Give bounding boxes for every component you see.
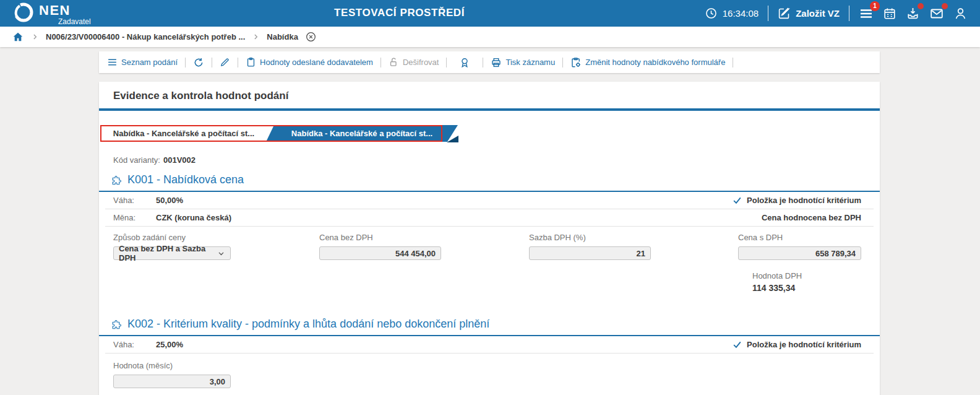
breadcrumb-current[interactable]: Nabídka	[267, 32, 298, 41]
user-icon	[953, 6, 968, 20]
submissions-list-label: Seznam podání	[121, 58, 178, 67]
title-underline	[99, 108, 880, 111]
toolbar-divider	[562, 58, 563, 67]
user-profile-button[interactable]	[953, 6, 968, 20]
header-divider	[849, 6, 849, 21]
vat-amount-value: 114 335,34	[752, 283, 880, 293]
chevron-right-icon	[31, 33, 39, 41]
toolbar-divider	[212, 58, 212, 67]
vat-rate-label: Sazba DPH (%)	[529, 233, 738, 242]
toolbar-divider	[446, 58, 447, 67]
price-mode-label: Způsob zadání ceny	[113, 233, 319, 242]
nen-logo-icon	[12, 1, 35, 24]
variant-code-row: Kód varianty: 001V002	[113, 155, 880, 165]
refresh-button[interactable]	[193, 57, 204, 68]
server-time: 16:34:08	[705, 7, 759, 20]
brand-name: NEN	[39, 4, 91, 17]
criterion-note: Položka je hodnotící kritérium	[747, 340, 861, 349]
supplier-values-label: Hodnoty odeslané dodavatelem	[260, 58, 373, 67]
brand-subtitle: Zadavatel	[58, 18, 91, 25]
form-settings-icon	[570, 57, 582, 68]
k001-currency-row: Měna: CZK (koruna česká) Cena hodnocena …	[105, 209, 874, 227]
clock-icon	[705, 7, 718, 20]
downloads-notification-dot	[918, 3, 924, 9]
puzzle-icon	[111, 319, 123, 330]
edit-record-button[interactable]	[220, 57, 230, 67]
breadcrumb-contract[interactable]: N006/23/V00006400 - Nákup kancelářských …	[46, 32, 245, 41]
check-icon	[733, 340, 742, 349]
decrypt-label: Dešifrovat	[403, 58, 439, 67]
vat-rate-input[interactable]	[529, 246, 651, 260]
print-record-label: Tisk záznamu	[505, 58, 555, 67]
calendar-icon	[883, 7, 896, 20]
home-icon[interactable]	[12, 31, 24, 43]
environment-title: TESTOVACÍ PROSTŘEDÍ	[334, 7, 465, 19]
edit-icon	[778, 7, 791, 20]
vat-amount-label: Hodnota DPH	[752, 271, 880, 280]
tab-variant-2-active[interactable]: Nabídka - Kancelářské a počítací st...	[266, 125, 458, 142]
downloads-button[interactable]	[906, 6, 920, 20]
currency-value: CZK (koruna česká)	[156, 213, 231, 222]
currency-label: Měna:	[113, 213, 156, 222]
price-excl-vat-input[interactable]	[319, 246, 441, 260]
change-form-values-button[interactable]: Změnit hodnoty nabídkového formuláře	[570, 57, 725, 68]
clipboard-icon	[246, 57, 256, 67]
decrypt-button[interactable]: Dešifrovat	[389, 57, 439, 67]
tab-variant-1[interactable]: Nabídka - Kancelářské a počítací st...	[101, 125, 266, 142]
evidence-panel: Evidence a kontrola hodnot podání Nabídk…	[99, 82, 880, 395]
section-k001-header: K001 - Nabídková cena	[111, 173, 880, 186]
toolbar-divider	[238, 58, 238, 67]
check-icon	[733, 196, 742, 205]
weight-value: 25,00%	[156, 340, 183, 349]
printer-icon	[491, 57, 502, 68]
k002-value-input[interactable]	[113, 375, 231, 388]
weight-value: 50,00%	[156, 196, 183, 205]
change-form-values-label: Změnit hodnoty nabídkového formuláře	[585, 58, 725, 67]
section-k001-title: K001 - Nabídková cena	[127, 173, 244, 186]
price-excl-vat-label: Cena bez DPH	[319, 233, 529, 242]
nen-logo[interactable]: NEN Zadavatel	[12, 1, 91, 25]
chevron-down-icon	[217, 250, 225, 258]
messages-button[interactable]	[929, 6, 944, 21]
criterion-note: Položka je hodnotící kritérium	[747, 196, 861, 205]
pencil-icon	[220, 57, 230, 67]
section-k002-header: K002 - Kritérium kvality - podmínky a lh…	[111, 318, 880, 331]
print-record-button[interactable]: Tisk záznamu	[491, 57, 555, 68]
toolbar-divider	[185, 58, 186, 67]
award-button[interactable]	[459, 57, 470, 68]
toolbar-divider	[483, 58, 483, 67]
refresh-icon	[193, 57, 204, 68]
price-incl-vat-label: Cena s DPH	[738, 233, 861, 242]
puzzle-icon	[111, 175, 123, 186]
supplier-values-button[interactable]: Hodnoty odeslané dodavatelem	[246, 57, 373, 67]
submissions-list-button[interactable]: Seznam podání	[107, 57, 178, 67]
vat-note: Cena hodnocena bez DPH	[762, 213, 861, 222]
record-toolbar: Seznam podání Hodnoty odeslané dodavatel…	[99, 51, 880, 73]
page-title: Evidence a kontrola hodnot podání	[113, 90, 880, 102]
calendar-button[interactable]	[883, 7, 896, 20]
k002-value-field: Hodnota (měsíc)	[113, 361, 880, 388]
award-icon	[459, 57, 470, 68]
menu-badge: 1	[870, 1, 880, 11]
top-bar: NEN Zadavatel TESTOVACÍ PROSTŘEDÍ 16:34:…	[0, 0, 980, 27]
header-divider	[768, 6, 768, 21]
k002-weight-row: Váha: 25,00% Položka je hodnotící kritér…	[105, 336, 874, 354]
k002-value-label: Hodnota (měsíc)	[113, 361, 880, 370]
variant-tabstrip: Nabídka - Kancelářské a počítací st... N…	[100, 125, 880, 142]
weight-label: Váha:	[113, 196, 156, 205]
price-incl-vat-input[interactable]	[738, 246, 861, 260]
close-circle-icon[interactable]	[305, 31, 317, 43]
time-text: 16:34:08	[723, 8, 759, 19]
menu-button[interactable]: 1	[859, 6, 874, 21]
price-mode-select[interactable]: Cena bez DPH a Sazba DPH	[113, 246, 231, 260]
messages-notification-dot	[942, 3, 948, 9]
unlock-icon	[389, 57, 399, 67]
chevron-right-icon	[252, 33, 260, 41]
section-k002-title: K002 - Kritérium kvality - podmínky a lh…	[127, 318, 489, 331]
create-vz-button[interactable]: Založit VZ	[778, 7, 840, 20]
breadcrumb: N006/23/V00006400 - Nákup kancelářských …	[0, 27, 980, 47]
k001-fields-row: Způsob zadání ceny Cena bez DPH a Sazba …	[113, 233, 866, 260]
k001-weight-row: Váha: 50,00% Položka je hodnotící kritér…	[105, 192, 874, 209]
toolbar-divider	[380, 58, 381, 67]
vat-amount-block: Hodnota DPH 114 335,34	[752, 271, 880, 293]
